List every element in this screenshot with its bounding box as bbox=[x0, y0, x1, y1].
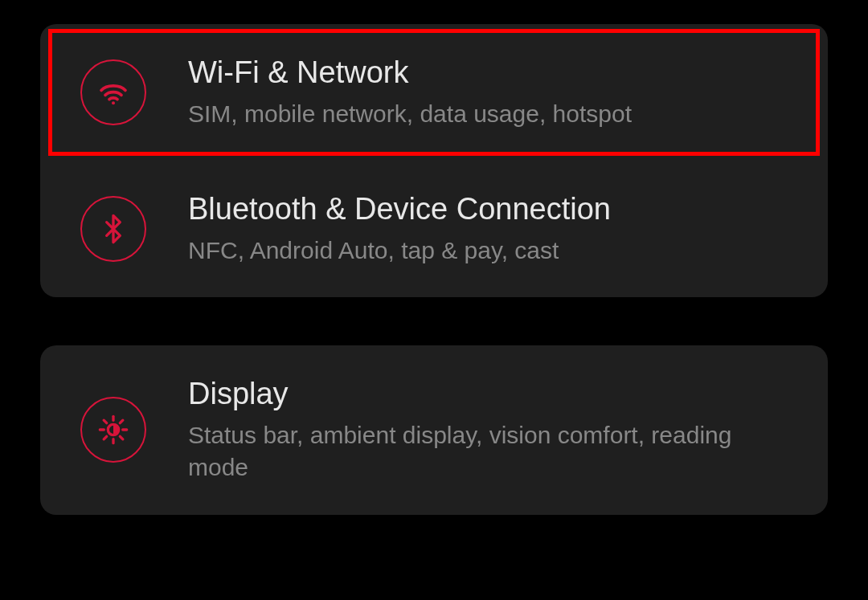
svg-line-9 bbox=[120, 421, 123, 424]
settings-card-network: Wi-Fi & Network SIM, mobile network, dat… bbox=[40, 24, 828, 297]
settings-item-display[interactable]: Display Status bar, ambient display, vis… bbox=[40, 345, 828, 515]
item-text-container: Display Status bar, ambient display, vis… bbox=[188, 376, 788, 484]
item-title: Wi-Fi & Network bbox=[188, 55, 788, 92]
display-icon bbox=[80, 397, 146, 463]
wifi-icon bbox=[80, 59, 146, 125]
item-subtitle: Status bar, ambient display, vision comf… bbox=[188, 419, 788, 484]
item-title: Bluetooth & Device Connection bbox=[188, 191, 788, 228]
settings-card-display: Display Status bar, ambient display, vis… bbox=[40, 345, 828, 515]
settings-item-bluetooth[interactable]: Bluetooth & Device Connection NFC, Andro… bbox=[40, 161, 828, 297]
svg-line-8 bbox=[104, 437, 107, 440]
item-subtitle: SIM, mobile network, data usage, hotspot bbox=[188, 98, 788, 131]
svg-line-7 bbox=[120, 437, 123, 440]
item-text-container: Bluetooth & Device Connection NFC, Andro… bbox=[188, 191, 788, 267]
svg-point-0 bbox=[112, 101, 115, 104]
svg-line-6 bbox=[104, 421, 107, 424]
item-subtitle: NFC, Android Auto, tap & pay, cast bbox=[188, 235, 788, 267]
settings-item-wifi-network[interactable]: Wi-Fi & Network SIM, mobile network, dat… bbox=[40, 24, 828, 161]
item-title: Display bbox=[188, 376, 788, 413]
bluetooth-icon bbox=[80, 196, 146, 262]
item-text-container: Wi-Fi & Network SIM, mobile network, dat… bbox=[188, 55, 788, 130]
